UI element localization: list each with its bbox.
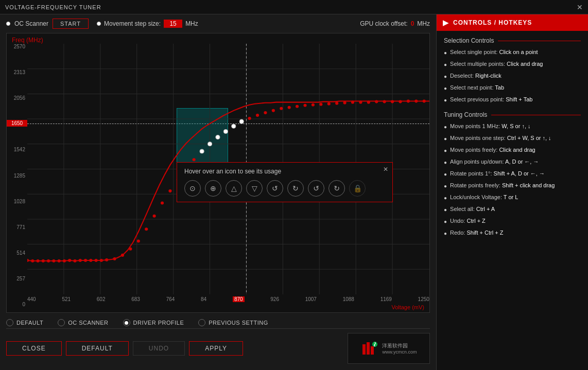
svg-rect-85 — [371, 346, 374, 355]
svg-point-74 — [414, 100, 418, 103]
icon-up-circle[interactable]: ⊙ — [184, 180, 201, 197]
control-item: ● Deselect: Right-click — [444, 72, 581, 80]
svg-point-40 — [145, 227, 148, 231]
watermark: 洋葱软件园 www.ycmcn.com — [348, 333, 430, 364]
svg-point-62 — [319, 103, 322, 106]
svg-point-75 — [423, 100, 426, 103]
control-item: ● Move points freely: Click and drag — [444, 146, 581, 154]
svg-point-31 — [84, 259, 87, 262]
x-label-1007: 1007 — [305, 296, 317, 302]
icon-triangle-up[interactable]: △ — [226, 180, 242, 197]
svg-point-26 — [58, 259, 61, 262]
chart-area[interactable]: Freq (MHz) 0 257 514 771 1028 1285 1542 … — [6, 33, 430, 313]
icon-down-circle[interactable]: ⊕ — [205, 180, 221, 197]
step-input[interactable] — [164, 20, 182, 28]
tooltip-title: Hover over an icon to see its usage — [184, 168, 385, 175]
tooltip-close-button[interactable]: ✕ — [383, 166, 388, 173]
panel-header: ▶ CONTROLS / HOTKEYS — [437, 14, 588, 31]
section-divider-2 — [491, 115, 581, 115]
control-item: ● Move points 1 MHz: W, S or ↑, ↓ — [444, 122, 581, 131]
y-label-1285: 1285 — [7, 173, 27, 179]
gpu-offset-unit: MHz — [417, 20, 430, 27]
svg-point-69 — [375, 100, 378, 103]
title-bar: VOLTAGE-FREQUENCY TUNER ✕ — [0, 0, 588, 14]
start-button[interactable]: START — [53, 19, 89, 29]
svg-point-63 — [327, 102, 331, 105]
h-line-value: 1650 — [7, 120, 27, 127]
control-item: ● Select all: Ctrl + A — [444, 205, 581, 214]
svg-point-34 — [100, 259, 103, 262]
svg-point-68 — [367, 101, 370, 104]
control-item: ● Select previous point: Shift + Tab — [444, 96, 581, 104]
icon-lock: 🔒 — [349, 180, 366, 197]
x-label-1250: 1250 — [418, 296, 429, 302]
panel-arrow-icon: ▶ — [443, 19, 449, 27]
svg-point-66 — [351, 101, 354, 104]
icon-refresh[interactable]: ↻ — [308, 180, 324, 197]
control-item: ● Rotate points 1°: Shift + A, D or ←, → — [444, 170, 581, 178]
svg-point-39 — [137, 239, 140, 242]
svg-point-80 — [232, 124, 236, 128]
svg-point-30 — [79, 259, 82, 262]
x-label-84: 84 — [201, 296, 206, 302]
default-button[interactable]: DEFAULT — [66, 341, 129, 356]
svg-point-28 — [68, 259, 71, 262]
oc-scanner-label: OC Scanner — [14, 20, 48, 27]
svg-point-54 — [256, 114, 259, 117]
radio-ocscanner-circle — [58, 319, 65, 326]
svg-point-76 — [200, 149, 204, 153]
svg-point-46 — [193, 158, 196, 161]
control-item: ● Select single point: Click on a point — [444, 48, 581, 57]
radio-previoussetting[interactable]: PREVIOUS SETTING — [198, 319, 268, 326]
gpu-offset-group: GPU clock offset: 0 MHz — [360, 20, 430, 27]
control-item: ● Lock/unlock Voltage: T or L — [444, 193, 581, 202]
tooltip-icons: ⊙ ⊕ △ ▽ ↺ ↻ ↻ ↺ 🔒 — [184, 180, 385, 197]
y-label-2313: 2313 — [7, 69, 27, 75]
main-layout: OC Scanner START Movement step size: MHz… — [0, 14, 588, 370]
radio-ocscanner[interactable]: OC SCANNER — [58, 319, 108, 326]
radio-driverprofile[interactable]: DRIVER PROFILE — [123, 319, 184, 326]
x-label-602: 602 — [97, 296, 106, 302]
apply-button[interactable]: APPLY — [189, 341, 243, 356]
oc-scanner-dot — [6, 22, 10, 26]
selection-title-text: Selection Controls — [444, 37, 494, 44]
icon-rotate-left[interactable]: ↺ — [267, 180, 283, 197]
x-label-440: 440 — [27, 296, 36, 302]
x-label-1169: 1169 — [381, 296, 392, 302]
svg-point-57 — [280, 107, 283, 110]
svg-point-79 — [223, 129, 228, 133]
icon-rotate-right[interactable]: ↻ — [287, 180, 304, 197]
icon-redo[interactable]: ↺ — [328, 180, 345, 197]
control-item: ● Select next point: Tab — [444, 84, 581, 92]
control-item: ● Move points one step: Ctrl + W, S or ↑… — [444, 134, 581, 143]
watermark-sitename: 洋葱软件园 — [382, 342, 417, 349]
svg-point-58 — [288, 106, 291, 109]
svg-point-22 — [36, 259, 39, 262]
svg-rect-83 — [362, 344, 366, 355]
step-dot — [97, 22, 101, 26]
y-label-514: 514 — [7, 250, 27, 256]
watermark-siteurl: www.ycmcn.com — [382, 349, 417, 355]
x-label-683: 683 — [131, 296, 140, 302]
svg-point-42 — [161, 201, 164, 204]
section-divider — [498, 41, 581, 41]
y-axis-labels: 0 257 514 771 1028 1285 1542 1799 2056 2… — [7, 33, 27, 312]
y-label-1542: 1542 — [7, 147, 27, 152]
svg-point-70 — [383, 100, 386, 103]
x-label-764: 764 — [166, 296, 175, 302]
svg-point-27 — [63, 259, 66, 262]
svg-point-72 — [399, 100, 402, 103]
watermark-icon — [360, 339, 379, 358]
tuning-title-text: Tuning Controls — [444, 111, 487, 118]
close-button[interactable]: CLOSE — [6, 341, 62, 356]
window-close-button[interactable]: ✕ — [577, 3, 583, 11]
tuning-controls-title: Tuning Controls — [444, 111, 581, 118]
radio-default[interactable]: DEFAULT — [6, 319, 43, 326]
control-item: ● Redo: Shift + Ctrl + Z — [444, 229, 581, 237]
svg-point-78 — [216, 135, 220, 139]
control-item: ● Select multiple points: Click and drag — [444, 60, 581, 68]
tooltip-popup: ✕ Hover over an icon to see its usage ⊙ … — [177, 162, 393, 202]
icon-triangle-down[interactable]: ▽ — [246, 180, 263, 197]
svg-point-81 — [239, 119, 244, 124]
radio-default-label: DEFAULT — [16, 320, 43, 326]
